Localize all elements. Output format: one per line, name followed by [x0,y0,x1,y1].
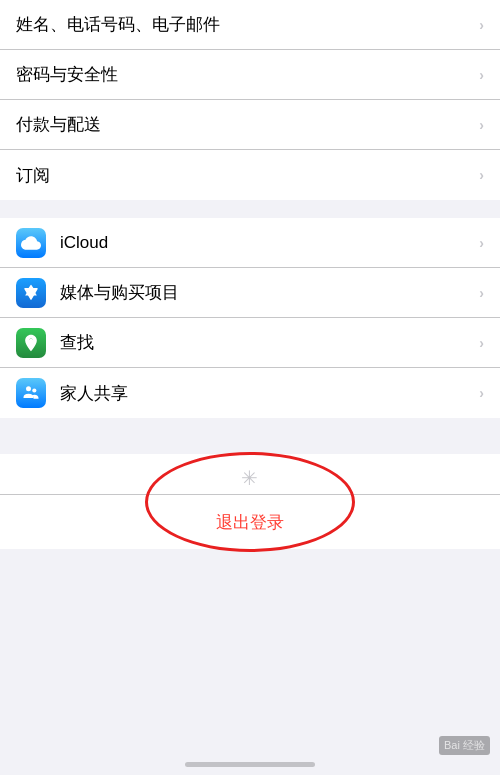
section-gap-2 [0,418,500,436]
chevron-icon: › [479,67,484,83]
chevron-icon: › [479,17,484,33]
section-gap-1 [0,200,500,218]
subscriptions-item[interactable]: 订阅 › [0,150,500,200]
home-indicator [185,762,315,767]
family-sharing-icon [16,378,46,408]
icloud-item[interactable]: iCloud › [0,218,500,268]
chevron-icon: › [479,235,484,251]
chevron-icon: › [479,285,484,301]
settings-list: 姓名、电话号码、电子邮件 › 密码与安全性 › 付款与配送 › 订阅 › iCl… [0,0,500,549]
chevron-icon: › [479,335,484,351]
payment-delivery-item[interactable]: 付款与配送 › [0,100,500,150]
findmy-label: 查找 [60,331,479,354]
family-sharing-item[interactable]: 家人共享 › [0,368,500,418]
payment-delivery-label: 付款与配送 [16,113,479,136]
chevron-icon: › [479,385,484,401]
watermark: Bai 经验 [439,736,490,755]
name-phone-email-item[interactable]: 姓名、电话号码、电子邮件 › [0,0,500,50]
services-settings-group: iCloud › 媒体与购买项目 › 查找 › [0,218,500,418]
chevron-icon: › [479,117,484,133]
icloud-icon [16,228,46,258]
family-sharing-label: 家人共享 [60,382,479,405]
password-security-item[interactable]: 密码与安全性 › [0,50,500,100]
loading-spinner: ✳ [0,454,500,494]
svg-point-2 [32,388,36,392]
password-security-label: 密码与安全性 [16,63,479,86]
icloud-label: iCloud [60,233,479,253]
findmy-icon [16,328,46,358]
account-settings-group: 姓名、电话号码、电子邮件 › 密码与安全性 › 付款与配送 › 订阅 › [0,0,500,200]
findmy-item[interactable]: 查找 › [0,318,500,368]
spinner-indicator: ✳ [241,466,260,490]
signout-section: ✳ 退出登录 [0,454,500,549]
name-phone-email-label: 姓名、电话号码、电子邮件 [16,13,479,36]
signout-button[interactable]: 退出登录 [216,511,284,534]
media-purchases-label: 媒体与购买项目 [60,281,479,304]
svg-point-1 [26,386,31,391]
signout-button-row: 退出登录 [0,494,500,549]
subscriptions-label: 订阅 [16,164,479,187]
media-purchases-item[interactable]: 媒体与购买项目 › [0,268,500,318]
appstore-icon [16,278,46,308]
chevron-icon: › [479,167,484,183]
